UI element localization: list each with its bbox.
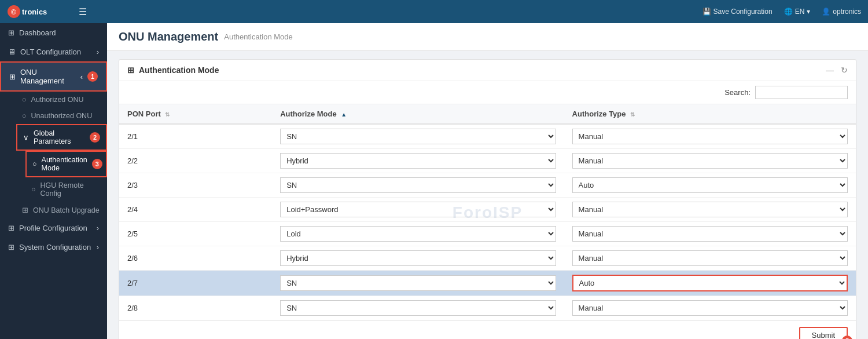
auth-onu-icon: ○ <box>22 96 27 104</box>
svg-text:tronics: tronics <box>22 8 47 16</box>
pon-port-cell: 2/8 <box>119 296 272 320</box>
authorize-type-cell: ManualAuto <box>564 271 856 296</box>
authorize-mode-select[interactable]: SNHybridLoid+PasswordLoid <box>280 250 556 266</box>
submit-badge: 5 <box>842 336 852 339</box>
table-icon: ⊞ <box>127 65 134 75</box>
authorize-type-select[interactable]: ManualAuto <box>572 300 848 316</box>
sidebar-item-authorized-onu[interactable]: ○ Authorized ONU <box>16 92 107 108</box>
type-sort-icon: ⇅ <box>630 111 635 118</box>
search-row: Search: <box>119 81 856 104</box>
olt-chevron-icon: › <box>97 48 99 56</box>
authorize-type-select[interactable]: ManualAuto <box>572 177 848 193</box>
pon-port-cell: 2/1 <box>119 124 272 149</box>
topnav: © tronics ☰ 💾 Save Configuration 🌐 EN ▾ … <box>0 0 868 23</box>
content-area: ⊞ Authentication Mode — ↻ Search: ForoIS… <box>107 51 868 339</box>
search-input[interactable] <box>755 86 848 99</box>
submit-button[interactable]: Submit <box>799 327 848 339</box>
system-chevron-icon: › <box>97 243 99 251</box>
authorize-mode-cell: SNHybridLoid+PasswordLoid <box>272 296 564 320</box>
sidebar-item-olt-config[interactable]: 🖥 OLT Configuration › <box>0 42 107 61</box>
sidebar-item-onu-batch[interactable]: ⊞ ONU Batch Upgrade <box>16 202 107 218</box>
table-header-row: PON Port ⇅ Authorize Mode ▲ Authorize Ty… <box>119 104 856 124</box>
table-row: 2/7SNHybridLoid+PasswordLoidManualAuto <box>119 271 856 296</box>
save-icon: 💾 <box>703 8 711 16</box>
sidebar-item-unauthorized-onu[interactable]: ○ Unauthorized ONU <box>16 108 107 124</box>
mode-sort-icon: ▲ <box>341 111 347 118</box>
authorize-type-select[interactable]: ManualAuto <box>572 250 848 266</box>
dashboard-icon: ⊞ <box>8 28 14 37</box>
authorize-mode-select[interactable]: SNHybridLoid+PasswordLoid <box>280 275 556 291</box>
authorize-type-select[interactable]: ManualAuto <box>572 226 848 242</box>
hamburger-icon[interactable]: ☰ <box>79 6 87 17</box>
user-btn[interactable]: 👤 optronics <box>822 8 861 16</box>
user-icon: 👤 <box>822 8 830 16</box>
topnav-right: 💾 Save Configuration 🌐 EN ▾ 👤 optronics <box>703 8 861 16</box>
pon-port-cell: 2/2 <box>119 149 272 173</box>
authorize-mode-select[interactable]: SNHybridLoid+PasswordLoid <box>280 226 556 242</box>
logo-svg: © tronics <box>7 3 71 20</box>
logo: © tronics <box>7 3 71 20</box>
sidebar-item-hgu-remote[interactable]: ○ HGU Remote Config <box>25 177 107 202</box>
authorize-type-select[interactable]: ManualAuto <box>572 129 848 144</box>
authorize-mode-select[interactable]: SNHybridLoid+PasswordLoid <box>280 177 556 193</box>
sidebar: ⊞ Dashboard 🖥 OLT Configuration › ⊞ ONU … <box>0 23 107 339</box>
onu-mgmt-icon: ⊞ <box>9 72 16 81</box>
authorize-type-select[interactable]: ManualAuto <box>572 275 848 291</box>
pon-port-cell: 2/3 <box>119 173 272 198</box>
card-header: ⊞ Authentication Mode — ↻ <box>119 60 856 81</box>
pon-sort-icon: ⇅ <box>165 111 170 118</box>
profile-chevron-icon: › <box>97 224 99 232</box>
authorize-type-cell: ManualAuto <box>564 296 856 320</box>
onu-batch-icon: ⊞ <box>22 206 28 214</box>
search-label: Search: <box>724 88 751 97</box>
hgu-icon: ○ <box>31 185 36 194</box>
authorize-mode-select[interactable]: SNHybridLoid+PasswordLoid <box>280 153 556 169</box>
sidebar-item-dashboard[interactable]: ⊞ Dashboard <box>0 23 107 42</box>
globe-chevron-icon: ▾ <box>807 8 810 16</box>
sidebar-item-authentication-mode[interactable]: ○ Authentication Mode 3 <box>25 151 107 177</box>
sidebar-item-onu-management[interactable]: ⊞ ONU Management ‹ 1 <box>0 61 107 92</box>
table-head: PON Port ⇅ Authorize Mode ▲ Authorize Ty… <box>119 104 856 124</box>
save-config-btn[interactable]: 💾 Save Configuration <box>703 8 773 16</box>
card-footer: Submit 5 <box>119 320 856 339</box>
authorize-type-cell: ManualAuto <box>564 173 856 198</box>
page-title: ONU Management <box>119 30 218 43</box>
main-content: ONU Management Authentication Mode ⊞ Aut… <box>107 23 868 339</box>
authorize-mode-select[interactable]: SNHybridLoid+PasswordLoid <box>280 300 556 316</box>
profile-icon: ⊞ <box>8 224 14 232</box>
authorize-type-cell: ManualAuto <box>564 246 856 271</box>
auth-mode-badge: 3 <box>92 159 102 169</box>
minimize-icon[interactable]: — <box>826 65 834 75</box>
refresh-icon[interactable]: ↻ <box>841 65 848 75</box>
table-row: 2/8SNHybridLoid+PasswordLoidManualAuto <box>119 296 856 320</box>
table-row: 2/1SNHybridLoid+PasswordLoidManualAuto <box>119 124 856 149</box>
pon-port-cell: 2/4 <box>119 198 272 222</box>
globe-btn[interactable]: 🌐 EN ▾ <box>784 8 811 16</box>
col-authorize-type[interactable]: Authorize Type ⇅ <box>564 104 856 124</box>
card-header-actions: — ↻ <box>826 65 848 75</box>
topnav-left: © tronics ☰ <box>7 3 87 20</box>
authorize-mode-cell: SNHybridLoid+PasswordLoid <box>272 222 564 246</box>
sidebar-item-global-params[interactable]: ∨ Global Parameters 2 <box>16 124 107 151</box>
authorize-mode-select[interactable]: SNHybridLoid+PasswordLoid <box>280 202 556 217</box>
globe-icon: 🌐 <box>784 8 793 16</box>
authorize-type-cell: ManualAuto <box>564 198 856 222</box>
authorize-mode-cell: SNHybridLoid+PasswordLoid <box>272 198 564 222</box>
sidebar-item-system-config[interactable]: ⊞ System Configuration › <box>0 238 107 257</box>
authorize-mode-cell: SNHybridLoid+PasswordLoid <box>272 246 564 271</box>
col-authorize-mode[interactable]: Authorize Mode ▲ <box>272 104 564 124</box>
table-row: 2/5SNHybridLoid+PasswordLoidManualAuto <box>119 222 856 246</box>
authorize-type-select[interactable]: ManualAuto <box>572 202 848 217</box>
layout: ⊞ Dashboard 🖥 OLT Configuration › ⊞ ONU … <box>0 23 868 339</box>
authorize-type-cell: ManualAuto <box>564 124 856 149</box>
page-subtitle: Authentication Mode <box>224 32 293 41</box>
onu-mgmt-badge: 1 <box>87 71 98 82</box>
sidebar-item-profile-config[interactable]: ⊞ Profile Configuration › <box>0 218 107 238</box>
authorize-mode-select[interactable]: SNHybridLoid+PasswordLoid <box>280 129 556 144</box>
table-row: 2/6SNHybridLoid+PasswordLoidManualAuto <box>119 246 856 271</box>
sidebar-sub-global: ○ Authentication Mode 3 ○ HGU Remote Con… <box>16 151 107 202</box>
col-pon-port[interactable]: PON Port ⇅ <box>119 104 272 124</box>
table-row: 2/3SNHybridLoid+PasswordLoidManualAuto <box>119 173 856 198</box>
authorize-type-select[interactable]: ManualAuto <box>572 153 848 169</box>
unauth-onu-icon: ○ <box>22 112 27 120</box>
